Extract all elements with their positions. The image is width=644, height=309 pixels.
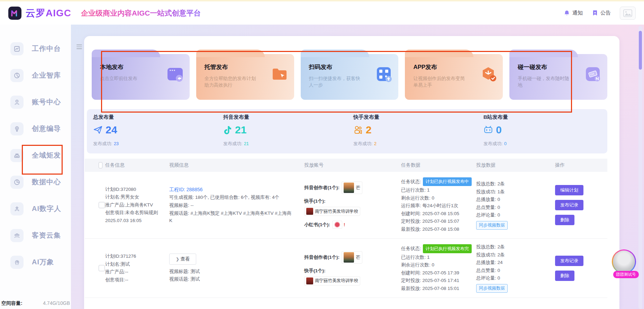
image-placeholder-button[interactable] (620, 7, 636, 20)
table-row: 计划ID:371276 计划名:测试 推广产品:-- 创意项目:-- 查看 视频… (85, 239, 607, 298)
brand-logo-icon (8, 7, 21, 20)
floating-account-avatar[interactable] (612, 249, 636, 274)
scrollbar-track[interactable] (638, 26, 642, 309)
stat-success-value: 0 (504, 141, 507, 146)
stat-success-label: 发布成功: (223, 141, 243, 146)
sidebar-item-ai-human[interactable]: AI数字人 (0, 195, 71, 222)
xiaohongshu-avatar-icon (334, 222, 340, 228)
sidebar-item-accounts[interactable]: 账号中心 (0, 89, 71, 115)
announcement-button[interactable]: 公告 (592, 10, 611, 16)
douyin-label: 抖音创作者(1个): (304, 184, 339, 192)
task-data-cell: 任务状态:计划已执行视频发布完 已运行次数: 1 剩余运行次数: 0 创建时间:… (400, 239, 475, 298)
sidebar: 工作中台 企业智库 账号中心 创意编导 全域矩发 数据中心 (0, 25, 71, 309)
status-label: 任务状态: (401, 179, 421, 184)
card-nfc-publish[interactable]: 碰一碰发布 手机碰一碰，发布随时随地 (509, 54, 607, 100)
card-qr-publish[interactable]: 扫码发布 扫一扫便捷发布，获客快人一步 (301, 54, 399, 100)
avatar (344, 183, 354, 193)
data-pie-icon (10, 176, 24, 189)
delete-button[interactable]: 删除 (555, 215, 574, 225)
sidebar-item-creative[interactable]: 创意编导 (0, 115, 71, 142)
card-desc: 手机碰一碰，发布随时随地 (518, 75, 570, 88)
kuaishou-label: 快手(1个): (304, 267, 398, 275)
sidebar-item-label: 客资云集 (32, 231, 61, 240)
sync-video-data-button[interactable]: 同步视频数据 (476, 284, 508, 293)
main-panel: 本地发布 点击立即前往发布 托管发布 全方位帮助您的发布计划助力高效执行 (84, 36, 619, 309)
actions-cell: 发布记录 删除 (554, 239, 607, 298)
douyin-account-chip[interactable]: 芒 (342, 182, 362, 194)
page: 云罗AIGC 企业级商业内容AIGC一站式创意平台 通知 公告 (0, 0, 644, 309)
project-id-link[interactable]: 工程ID: 288856 (169, 186, 292, 193)
stat-label: B站发布量 (483, 114, 607, 121)
inbox-icon (10, 149, 24, 162)
warning-mark: ! (344, 222, 345, 227)
stat-value: 0 (496, 124, 502, 136)
view-button[interactable]: 查看 (169, 254, 196, 265)
stat-success-label: 发布成功: (353, 141, 373, 146)
select-all-checkbox[interactable] (99, 162, 102, 168)
sync-video-data-button[interactable]: 同步视频数据 (476, 221, 508, 230)
stat-success-value: 23 (114, 141, 119, 146)
sidebar-item-data-center[interactable]: 数据中心 (0, 169, 71, 195)
user-icon (10, 96, 24, 109)
floating-account-badge[interactable]: 团团测试号 (613, 271, 639, 278)
col-header-task-info: 任务信息 (104, 162, 168, 168)
status-badge: 计划已执行视频发布完 (423, 244, 472, 253)
sidebar-item-label: 创意编导 (32, 124, 61, 133)
stat-bilibili-publish: B站发布量 0 发布成功:0 (477, 114, 607, 153)
bookmark-star-icon (592, 10, 598, 16)
image-icon (623, 9, 632, 17)
paper-plane-icon (93, 125, 103, 135)
table-header: 任务信息 视频信息 投放账号 任务数据 投放数据 操作 (85, 159, 607, 172)
col-header-accounts: 投放账号 (303, 162, 400, 168)
edit-plan-button[interactable]: 编辑计划 (555, 185, 583, 195)
kuaishou-account-chip[interactable]: 南宁丽竹美发培训学校 (304, 207, 360, 216)
status-badge: 计划已执行视频发布中 (423, 177, 472, 186)
card-app-publish[interactable]: APP发布 让视频创作后的发布变简单易上手 (405, 54, 503, 100)
announcement-label: 公告 (600, 10, 611, 16)
stat-label: 抖音发布量 (223, 114, 347, 121)
stat-douyin-publish: 抖音发布量 21 发布成功:21 (217, 114, 347, 153)
task-info-cell: 计划ID:371276 计划名:测试 推广产品:-- 创意项目:-- (104, 239, 168, 298)
storage-value: 4.74G/10GB (43, 300, 70, 306)
publish-record-button[interactable]: 发布记录 (555, 200, 583, 210)
task-data-cell: 任务状态:计划已执行视频发布中 已运行次数: 1 剩余运行次数: 0 运行频率:… (400, 172, 475, 238)
panel-collapse-handle[interactable] (76, 44, 82, 49)
browser-share-icon (166, 65, 184, 83)
brand-name: 云罗AIGC (26, 7, 71, 20)
delivery-data-cell: 投放总数: 2条 投放成功: 1条 总播放量: 0 总点赞量: 0 总评论量: … (475, 172, 554, 238)
sidebar-item-label: 账号中心 (32, 97, 61, 107)
hexagon-check-icon (479, 65, 497, 83)
podium-star-icon (10, 202, 24, 215)
actions-cell: 编辑计划 发布记录 删除 (554, 172, 607, 238)
card-local-publish[interactable]: 本地发布 点击立即前往发布 (92, 54, 190, 100)
sidebar-item-matrix-publish[interactable]: 全域矩发 (0, 142, 71, 169)
sidebar-item-ai-universe[interactable]: AI万象 (0, 249, 71, 275)
avatar (306, 208, 313, 215)
notice-button[interactable]: 通知 (563, 10, 583, 17)
pie-chart-icon (10, 69, 24, 82)
stats-bar: 总发布量 24 发布成功:23 抖音发布量 21 发布成功:21 快手发布量 (87, 109, 607, 153)
scrollbar-thumb[interactable] (639, 31, 642, 70)
video-info-cell: 工程ID: 288856 可生成视频: 180个, 已使用组合数: 6个, 视频… (168, 172, 303, 238)
sidebar-item-workbench[interactable]: 工作中台 (0, 35, 71, 62)
brand-tagline: 企业级商业内容AIGC一站式创意平台 (81, 8, 201, 18)
publish-record-button[interactable]: 发布记录 (555, 256, 583, 266)
stat-kuaishou-publish: 快手发布量 2 发布成功:2 (347, 114, 477, 153)
xiaohongshu-account-chip[interactable] (332, 221, 342, 229)
col-header-video-info: 视频信息 (168, 162, 303, 168)
delete-button[interactable]: 删除 (555, 271, 574, 281)
sidebar-item-label: 企业智库 (32, 71, 61, 80)
accounts-cell: 抖音创作者(1个): 芒 快手(1个): 南宁丽竹美发培训学校 (303, 239, 400, 298)
douyin-account-chip[interactable]: 芒 (342, 251, 362, 264)
sidebar-item-label: 工作中台 (32, 44, 61, 53)
sidebar-item-knowledge[interactable]: 企业智库 (0, 62, 71, 89)
card-hosted-publish[interactable]: 托管发布 全方位帮助您的发布计划助力高效执行 (196, 54, 294, 100)
col-header-delivery-data: 投放数据 (475, 162, 554, 168)
qr-code-icon (375, 65, 393, 83)
stat-value: 24 (106, 124, 117, 136)
card-desc: 扫一扫便捷发布，获客快人一步 (309, 75, 361, 88)
kuaishou-account-chip[interactable]: 南宁丽竹美发培训学校 (304, 276, 360, 285)
sidebar-item-customers[interactable]: 客资云集 (0, 222, 71, 249)
stat-success-value: 21 (244, 141, 249, 146)
avatar (306, 277, 313, 284)
